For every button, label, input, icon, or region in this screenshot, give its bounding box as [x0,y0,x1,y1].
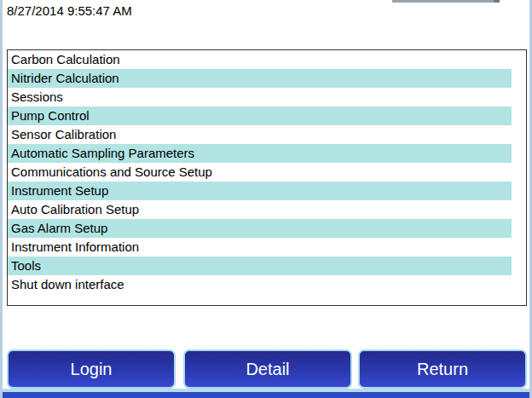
menu-item[interactable]: Sessions [8,88,526,107]
detail-button[interactable]: Detail [183,349,352,389]
menu-item[interactable]: Nitrider Calculation [8,69,512,88]
device-screen: 8/27/2014 9:55:47 AM Carbon CalculationN… [0,0,532,398]
timestamp: 8/27/2014 9:55:47 AM [7,3,132,19]
bottom-bar [0,392,532,398]
menu-item[interactable]: Tools [8,257,512,275]
menu-item[interactable]: Gas Alarm Setup [8,219,512,238]
menu-item[interactable]: Pump Control [8,107,512,125]
menu-item[interactable]: Auto Calibration Setup [8,200,526,219]
menu-item[interactable]: Sensor Calibration [8,125,526,144]
menu-item[interactable]: Automatic Sampling Parameters [8,144,512,163]
menu-item[interactable]: Communications and Source Setup [8,163,526,182]
login-button[interactable]: Login [7,349,176,389]
screen-left-edge [0,0,3,398]
return-button[interactable]: Return [358,349,527,389]
menu-item[interactable]: Shut down interface [8,275,526,294]
menu-item[interactable]: Carbon Calculation [8,50,526,69]
cutoff-window-edge [392,0,500,3]
cutoff-window-edge-cap [494,0,500,3]
menu-item[interactable]: Instrument Setup [8,182,512,200]
menu-list: Carbon CalculationNitrider CalculationSe… [7,49,527,306]
menu-item[interactable]: Instrument Information [8,238,526,257]
